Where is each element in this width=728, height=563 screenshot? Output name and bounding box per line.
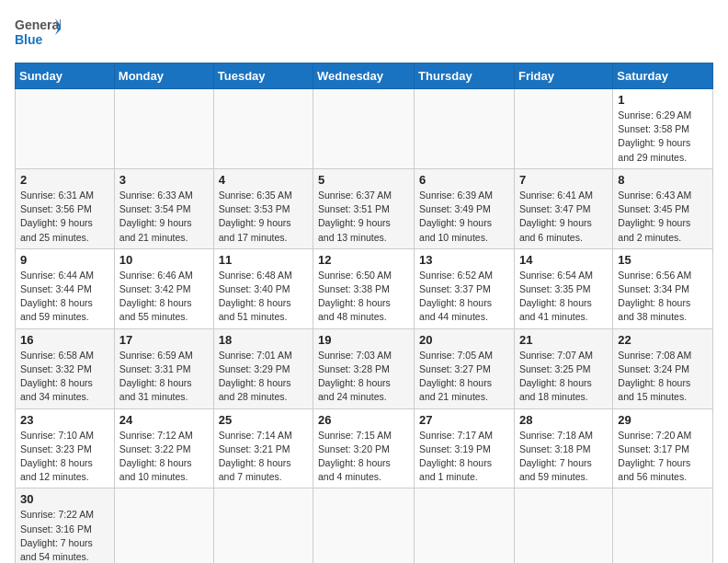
day-info: Sunrise: 6:52 AM Sunset: 3:37 PM Dayligh… [419,269,509,325]
calendar-cell: 4Sunrise: 6:35 AM Sunset: 3:53 PM Daylig… [213,168,313,248]
calendar-cell: 3Sunrise: 6:33 AM Sunset: 3:54 PM Daylig… [114,168,213,248]
calendar-cell: 26Sunrise: 7:15 AM Sunset: 3:20 PM Dayli… [313,408,415,488]
svg-text:Blue: Blue [15,32,43,47]
calendar-cell: 13Sunrise: 6:52 AM Sunset: 3:37 PM Dayli… [415,248,515,328]
day-info: Sunrise: 7:14 AM Sunset: 3:21 PM Dayligh… [219,429,308,485]
day-info: Sunrise: 7:20 AM Sunset: 3:17 PM Dayligh… [618,429,708,485]
calendar-cell [114,89,213,169]
calendar-week-row: 2Sunrise: 6:31 AM Sunset: 3:56 PM Daylig… [16,168,713,248]
calendar-cell [313,89,415,169]
calendar-cell: 5Sunrise: 6:37 AM Sunset: 3:51 PM Daylig… [313,168,415,248]
calendar-cell: 28Sunrise: 7:18 AM Sunset: 3:18 PM Dayli… [514,408,612,488]
day-number: 23 [20,413,109,427]
calendar-cell [213,89,313,169]
day-number: 15 [618,253,708,267]
day-info: Sunrise: 6:50 AM Sunset: 3:38 PM Dayligh… [318,269,409,325]
day-info: Sunrise: 6:58 AM Sunset: 3:32 PM Dayligh… [20,349,109,405]
calendar-cell: 24Sunrise: 7:12 AM Sunset: 3:22 PM Dayli… [114,408,213,488]
day-number: 27 [419,413,509,427]
calendar-cell: 16Sunrise: 6:58 AM Sunset: 3:32 PM Dayli… [16,328,115,408]
day-info: Sunrise: 6:41 AM Sunset: 3:47 PM Dayligh… [519,189,608,245]
calendar-cell: 2Sunrise: 6:31 AM Sunset: 3:56 PM Daylig… [16,168,115,248]
calendar-cell: 1Sunrise: 6:29 AM Sunset: 3:58 PM Daylig… [613,89,713,169]
day-number: 12 [318,253,409,267]
day-number: 11 [219,253,308,267]
day-number: 19 [318,333,409,347]
calendar-cell: 20Sunrise: 7:05 AM Sunset: 3:27 PM Dayli… [415,328,515,408]
day-number: 8 [618,173,708,187]
calendar-cell: 10Sunrise: 6:46 AM Sunset: 3:42 PM Dayli… [114,248,213,328]
day-number: 17 [119,333,209,347]
day-number: 22 [618,333,708,347]
day-number: 29 [618,413,708,427]
calendar-week-row: 9Sunrise: 6:44 AM Sunset: 3:44 PM Daylig… [16,248,713,328]
day-number: 21 [519,333,608,347]
day-info: Sunrise: 7:07 AM Sunset: 3:25 PM Dayligh… [519,349,608,405]
calendar-week-row: 23Sunrise: 7:10 AM Sunset: 3:23 PM Dayli… [16,408,713,488]
svg-text:General: General [15,17,61,32]
day-info: Sunrise: 6:29 AM Sunset: 3:58 PM Dayligh… [618,109,708,165]
calendar-week-row: 30Sunrise: 7:22 AM Sunset: 3:16 PM Dayli… [16,488,713,563]
day-number: 7 [519,173,608,187]
calendar-cell: 14Sunrise: 6:54 AM Sunset: 3:35 PM Dayli… [514,248,612,328]
calendar-cell [415,89,515,169]
day-number: 16 [20,333,109,347]
day-info: Sunrise: 7:18 AM Sunset: 3:18 PM Dayligh… [519,429,608,485]
day-number: 1 [618,93,708,107]
calendar-cell: 19Sunrise: 7:03 AM Sunset: 3:28 PM Dayli… [313,328,415,408]
calendar-cell: 6Sunrise: 6:39 AM Sunset: 3:49 PM Daylig… [415,168,515,248]
calendar-cell: 8Sunrise: 6:43 AM Sunset: 3:45 PM Daylig… [613,168,713,248]
day-info: Sunrise: 7:17 AM Sunset: 3:19 PM Dayligh… [419,429,509,485]
day-number: 25 [219,413,308,427]
calendar-cell: 25Sunrise: 7:14 AM Sunset: 3:21 PM Dayli… [213,408,313,488]
day-number: 9 [20,253,109,267]
calendar-week-row: 1Sunrise: 6:29 AM Sunset: 3:58 PM Daylig… [16,89,713,169]
day-info: Sunrise: 6:31 AM Sunset: 3:56 PM Dayligh… [20,189,109,245]
weekday-header-tuesday: Tuesday [213,63,313,89]
calendar-cell [613,488,713,563]
calendar-cell [114,488,213,563]
calendar-table: SundayMondayTuesdayWednesdayThursdayFrid… [15,63,713,563]
logo: General Blue [15,15,61,52]
calendar-cell: 18Sunrise: 7:01 AM Sunset: 3:29 PM Dayli… [213,328,313,408]
calendar-cell [213,488,313,563]
day-info: Sunrise: 6:48 AM Sunset: 3:40 PM Dayligh… [219,269,308,325]
calendar-cell: 11Sunrise: 6:48 AM Sunset: 3:40 PM Dayli… [213,248,313,328]
calendar-cell [514,488,612,563]
day-info: Sunrise: 7:01 AM Sunset: 3:29 PM Dayligh… [219,349,308,405]
day-number: 13 [419,253,509,267]
day-number: 14 [519,253,608,267]
day-info: Sunrise: 6:39 AM Sunset: 3:49 PM Dayligh… [419,189,509,245]
weekday-header-thursday: Thursday [415,63,515,89]
weekday-header-sunday: Sunday [16,63,115,89]
calendar-cell [514,89,612,169]
day-info: Sunrise: 6:37 AM Sunset: 3:51 PM Dayligh… [318,189,409,245]
weekday-header-saturday: Saturday [613,63,713,89]
day-number: 3 [119,173,209,187]
day-info: Sunrise: 6:43 AM Sunset: 3:45 PM Dayligh… [618,189,708,245]
day-number: 4 [219,173,308,187]
calendar-cell: 27Sunrise: 7:17 AM Sunset: 3:19 PM Dayli… [415,408,515,488]
calendar-cell: 23Sunrise: 7:10 AM Sunset: 3:23 PM Dayli… [16,408,115,488]
calendar-cell [313,488,415,563]
weekday-header-monday: Monday [114,63,213,89]
day-number: 10 [119,253,209,267]
calendar-cell: 30Sunrise: 7:22 AM Sunset: 3:16 PM Dayli… [16,488,115,563]
day-number: 2 [20,173,109,187]
calendar-week-row: 16Sunrise: 6:58 AM Sunset: 3:32 PM Dayli… [16,328,713,408]
day-number: 30 [20,492,109,506]
day-number: 20 [419,333,509,347]
calendar-cell: 22Sunrise: 7:08 AM Sunset: 3:24 PM Dayli… [613,328,713,408]
day-number: 5 [318,173,409,187]
weekday-header-friday: Friday [514,63,612,89]
day-info: Sunrise: 7:10 AM Sunset: 3:23 PM Dayligh… [20,429,109,485]
day-number: 26 [318,413,409,427]
calendar-cell [16,89,115,169]
day-info: Sunrise: 7:22 AM Sunset: 3:16 PM Dayligh… [20,508,109,563]
day-number: 28 [519,413,608,427]
weekday-header-wednesday: Wednesday [313,63,415,89]
day-info: Sunrise: 7:08 AM Sunset: 3:24 PM Dayligh… [618,349,708,405]
day-info: Sunrise: 6:59 AM Sunset: 3:31 PM Dayligh… [119,349,209,405]
day-info: Sunrise: 7:12 AM Sunset: 3:22 PM Dayligh… [119,429,209,485]
calendar-cell: 9Sunrise: 6:44 AM Sunset: 3:44 PM Daylig… [16,248,115,328]
